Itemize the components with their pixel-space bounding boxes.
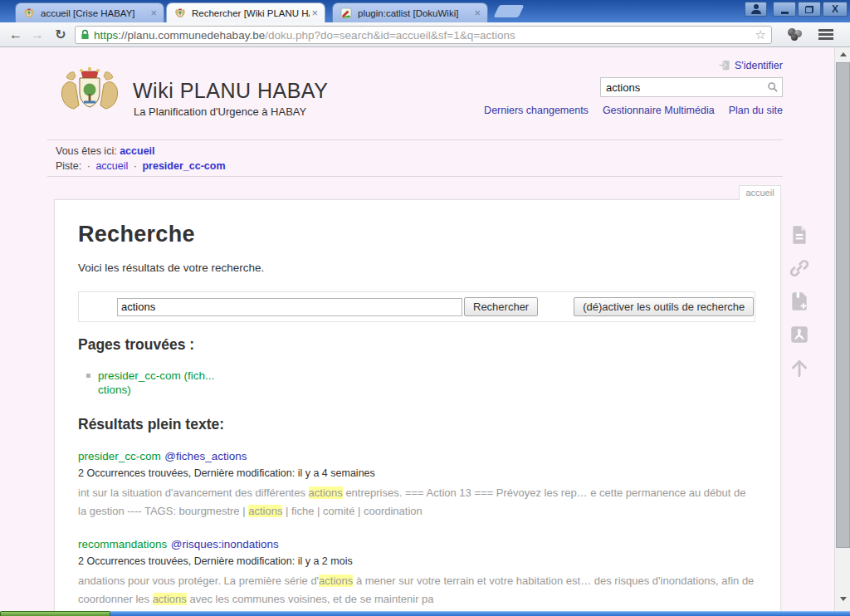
back-button[interactable]: ← bbox=[7, 27, 25, 43]
browser-tab-strip: accueil [Crise HABAY] × Rechercher [Wiki… bbox=[0, 0, 850, 22]
minimize-icon bbox=[781, 12, 789, 14]
header-search-value: actions bbox=[606, 81, 767, 94]
menu-icon[interactable] bbox=[818, 29, 833, 40]
back-to-top-icon[interactable] bbox=[789, 357, 810, 379]
list-item: presider_cc-com (fich... ctions) bbox=[86, 369, 755, 397]
trace-link-presider[interactable]: presider_cc-com bbox=[142, 160, 225, 172]
tab-title: Rechercher [Wiki PLANU HAB bbox=[192, 8, 310, 18]
nav-link-recent-changes[interactable]: Derniers changements bbox=[484, 105, 589, 116]
namespace-spine-tab: accueil bbox=[739, 185, 781, 200]
profile-button[interactable] bbox=[745, 2, 767, 17]
page-lookup-list: presider_cc-com (fich... ctions) bbox=[78, 369, 755, 397]
arrow-up-icon bbox=[840, 52, 847, 56]
page-title: Recherche bbox=[78, 222, 755, 247]
header-nav-links: Derniers changements Gestionnaire Multim… bbox=[484, 105, 783, 116]
breadcrumb: Vous êtes ici: accueil Piste: · accueil … bbox=[47, 139, 783, 177]
search-intro-text: Voici les résultats de votre recherche. bbox=[78, 262, 755, 274]
search-form: Rechercher (dé)activer les outils de rec… bbox=[78, 291, 755, 322]
nav-link-media-manager[interactable]: Gestionnaire Multimédia bbox=[603, 105, 715, 116]
page-result-link[interactable]: presider_cc-com (fich... ctions) bbox=[98, 369, 214, 397]
taskbar-edge bbox=[0, 611, 850, 616]
search-result: presider_cc-com @fiches_actions 2 Occurr… bbox=[78, 448, 755, 521]
habay-crest-favicon bbox=[22, 7, 36, 20]
restore-icon bbox=[805, 6, 813, 13]
new-tab-button[interactable] bbox=[494, 5, 525, 17]
close-icon: X bbox=[832, 4, 838, 14]
site-title[interactable]: Wiki PLANU HABAY bbox=[133, 79, 328, 103]
search-query-input[interactable] bbox=[117, 298, 462, 316]
taskbar-active-app[interactable] bbox=[0, 611, 110, 616]
site-tagline: La Planification d'Urgence à HABAY bbox=[134, 105, 306, 118]
permalink-icon[interactable] bbox=[789, 257, 810, 279]
search-tools-toggle-button[interactable]: (dé)activer les outils de recherche bbox=[574, 297, 754, 316]
tab-title: accueil [Crise HABAY] bbox=[41, 8, 149, 18]
url-path: /doku.php?do=search&id=accueil&sf=1&q=ac… bbox=[265, 29, 515, 42]
youarehere-label: Vous êtes ici: bbox=[56, 145, 117, 157]
arrow-down-icon bbox=[840, 597, 847, 601]
result-meta: 2 Occurrences trouvées, Dernière modific… bbox=[78, 467, 755, 479]
nav-link-sitemap[interactable]: Plan du site bbox=[729, 105, 783, 116]
address-bar[interactable]: https://planu.communedehabay.be/doku.php… bbox=[75, 26, 772, 44]
page-tools-rail bbox=[787, 224, 812, 379]
user-profile-icon bbox=[751, 4, 761, 14]
scrollbar[interactable] bbox=[834, 47, 850, 611]
pages-found-heading: Pages trouvées : bbox=[78, 336, 755, 354]
tab-close-icon[interactable]: × bbox=[310, 7, 320, 18]
youarehere-link[interactable]: accueil bbox=[120, 145, 154, 157]
browser-tab-1[interactable]: accueil [Crise HABAY] × bbox=[15, 2, 164, 22]
tab-close-icon[interactable]: × bbox=[149, 7, 159, 18]
trace-separator: · bbox=[131, 160, 139, 172]
pdf-export-icon[interactable] bbox=[789, 324, 810, 345]
bullet-icon bbox=[86, 374, 90, 378]
result-page-link[interactable]: recommandations bbox=[78, 538, 167, 550]
tab-title: plugin:catlist [DokuWiki] bbox=[358, 8, 472, 18]
lock-icon bbox=[81, 29, 90, 41]
search-icon[interactable] bbox=[767, 81, 779, 93]
trace-row: Piste: · accueil · presider_cc-com bbox=[56, 159, 774, 174]
login-label: S'identifier bbox=[735, 60, 783, 71]
extension-icon[interactable] bbox=[787, 27, 805, 42]
restore-button[interactable] bbox=[798, 2, 821, 17]
search-submit-button[interactable]: Rechercher bbox=[464, 297, 538, 316]
content-panel: accueil Recherche Voici les résultats de… bbox=[54, 199, 781, 616]
screen: accueil [Crise HABAY] × Rechercher [Wiki… bbox=[0, 0, 850, 616]
result-namespace: @fiches_actions bbox=[164, 450, 247, 462]
dokuwiki-favicon bbox=[340, 7, 353, 20]
scroll-up-button[interactable] bbox=[835, 47, 850, 61]
login-icon bbox=[718, 59, 730, 71]
result-page-link[interactable]: presider_cc-com bbox=[78, 450, 161, 462]
url-text: https://planu.communedehabay.be/doku.php… bbox=[94, 29, 752, 42]
show-source-icon[interactable] bbox=[789, 224, 810, 246]
reload-button[interactable]: ↻ bbox=[51, 27, 70, 43]
result-snippet: andations pour vous protéger. La premièr… bbox=[78, 572, 757, 609]
youarehere-row: Vous êtes ici: accueil bbox=[56, 144, 774, 159]
trace-separator: · bbox=[85, 160, 93, 172]
search-result: recommandations @risques:inondations 2 O… bbox=[78, 536, 755, 609]
habay-coat-of-arms-logo[interactable] bbox=[56, 63, 123, 121]
trace-link-accueil[interactable]: accueil bbox=[95, 160, 128, 172]
tab-close-icon[interactable]: × bbox=[472, 7, 482, 18]
minimize-button[interactable] bbox=[773, 2, 796, 17]
taskbar-strip[interactable] bbox=[110, 611, 850, 616]
close-window-button[interactable]: X bbox=[823, 2, 848, 17]
result-snippet: int sur la situation d'avancement des di… bbox=[78, 484, 757, 521]
header-search-input[interactable]: actions bbox=[600, 77, 783, 97]
bookmark-star-icon[interactable]: ☆ bbox=[755, 27, 766, 42]
habay-crest-favicon bbox=[173, 7, 187, 20]
trace-label: Piste: bbox=[56, 160, 81, 172]
login-link[interactable]: S'identifier bbox=[718, 59, 783, 71]
browser-tab-3[interactable]: plugin:catlist [DokuWiki] × bbox=[332, 2, 488, 22]
result-meta: 2 Occurrences trouvées, Dernière modific… bbox=[78, 555, 755, 567]
forward-button[interactable]: → bbox=[28, 27, 46, 43]
fulltext-heading: Résultats plein texte: bbox=[78, 416, 755, 433]
scrollbar-thumb[interactable] bbox=[836, 62, 850, 548]
odt-export-icon[interactable] bbox=[789, 291, 810, 312]
url-host: ://planu.communedehabay.be bbox=[118, 29, 265, 42]
browser-tab-2-active[interactable]: Rechercher [Wiki PLANU HAB × bbox=[166, 2, 325, 22]
url-scheme: https bbox=[94, 29, 118, 42]
scroll-down-button[interactable] bbox=[835, 592, 850, 606]
result-namespace: @risques:inondations bbox=[171, 538, 279, 550]
